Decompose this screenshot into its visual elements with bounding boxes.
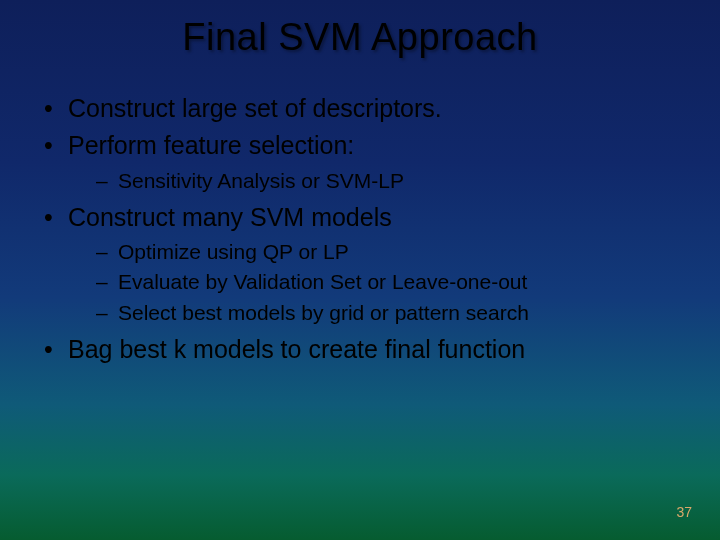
- sub-bullet-item: Evaluate by Validation Set or Leave-one-…: [96, 269, 690, 295]
- sub-bullet-text: Sensitivity Analysis or SVM-LP: [118, 169, 404, 192]
- bullet-item: Construct many SVM models Optimize using…: [44, 202, 690, 326]
- sub-bullet-list: Optimize using QP or LP Evaluate by Vali…: [68, 239, 690, 326]
- sub-bullet-text: Optimize using QP or LP: [118, 240, 349, 263]
- slide-body: Construct large set of descriptors. Perf…: [0, 67, 720, 365]
- bullet-text: Bag best k models to create final functi…: [68, 335, 525, 363]
- bullet-list: Construct large set of descriptors. Perf…: [30, 93, 690, 365]
- bullet-text: Construct many SVM models: [68, 203, 392, 231]
- bullet-text: Construct large set of descriptors.: [68, 94, 442, 122]
- sub-bullet-item: Optimize using QP or LP: [96, 239, 690, 265]
- bullet-item: Bag best k models to create final functi…: [44, 334, 690, 365]
- sub-bullet-list: Sensitivity Analysis or SVM-LP: [68, 168, 690, 194]
- bullet-item: Perform feature selection: Sensitivity A…: [44, 130, 690, 194]
- bullet-item: Construct large set of descriptors.: [44, 93, 690, 124]
- slide: Final SVM Approach Construct large set o…: [0, 0, 720, 540]
- sub-bullet-item: Sensitivity Analysis or SVM-LP: [96, 168, 690, 194]
- page-number: 37: [676, 504, 692, 520]
- sub-bullet-text: Evaluate by Validation Set or Leave-one-…: [118, 270, 527, 293]
- sub-bullet-text: Select best models by grid or pattern se…: [118, 301, 529, 324]
- sub-bullet-item: Select best models by grid or pattern se…: [96, 300, 690, 326]
- bullet-text: Perform feature selection:: [68, 131, 354, 159]
- slide-title: Final SVM Approach: [0, 0, 720, 67]
